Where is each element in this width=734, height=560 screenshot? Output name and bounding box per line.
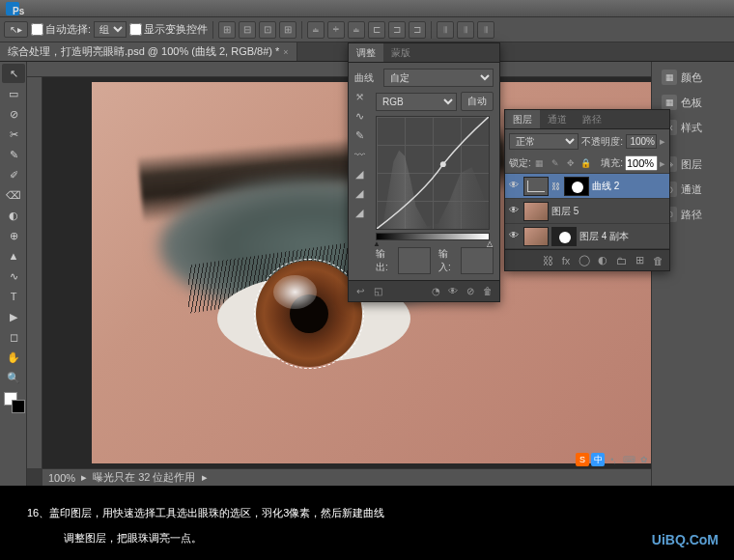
align-hcenter-icon[interactable]: ⊐ [388,21,406,39]
opacity-input[interactable] [626,134,657,149]
lock-transparency-icon[interactable]: ▦ [533,156,547,170]
align-right-icon[interactable]: ⊐ [409,21,426,39]
zoom-level[interactable]: 100% [48,472,75,484]
opacity-label: 不透明度: [581,135,623,149]
distribute-icon[interactable]: ⫴ [477,21,494,39]
eyedropper-black-icon[interactable]: ◢ [351,165,368,182]
path-tool[interactable]: ▶ [2,307,25,326]
smooth-icon[interactable]: 〰 [351,146,368,163]
layer-name[interactable]: 曲线 2 [592,180,667,193]
tab-masks[interactable]: 蒙版 [383,43,418,62]
fill-input[interactable] [625,155,658,171]
target-adjust-icon[interactable]: ⤧ [351,88,368,105]
reset-icon[interactable]: ⊘ [463,284,478,299]
expand-icon[interactable]: ◱ [370,284,385,299]
background-color[interactable] [12,400,25,413]
lock-image-icon[interactable]: ✎ [549,156,562,170]
move-tool-indicator[interactable]: ↖▸ [4,21,28,38]
adjustment-icon[interactable]: ◐ [595,253,610,268]
curves-preset[interactable]: 自定 [383,69,494,87]
blend-mode[interactable]: 正常 [509,133,579,150]
auto-select-mode[interactable]: 组 [94,21,127,38]
move-tool[interactable]: ↖ [2,64,25,83]
visibility-icon[interactable]: 👁 [445,284,461,299]
mask-thumb[interactable] [551,227,577,246]
eyedropper-gray-icon[interactable]: ◢ [351,184,368,202]
tab-layers[interactable]: 图层 [505,110,540,128]
mask-icon[interactable]: ◯ [577,253,592,268]
svg-point-0 [440,161,446,167]
layer-name[interactable]: 图层 5 [551,205,667,218]
align-icon[interactable]: ⊡ [259,21,276,39]
layer-row[interactable]: 👁 ⛓ 曲线 2 [505,174,669,199]
lock-all-icon[interactable]: 🔒 [579,156,593,170]
auto-select-checkbox[interactable]: 自动选择: [31,22,91,37]
marquee-tool[interactable]: ▭ [2,84,25,103]
status-text: 曝光只在 32 位起作用 [93,470,195,485]
blur-tool[interactable]: ▲ [2,246,25,266]
show-transform-checkbox[interactable]: 显示变换控件 [129,22,208,37]
layers-panel[interactable]: 图层 通道 路径 正常 不透明度: ▸ 锁定: ▦ ✎ ✥ 🔒 填充: ▸ � [504,109,670,271]
lock-label: 锁定: [509,156,531,170]
layer-name[interactable]: 图层 4 副本 [579,230,667,243]
input-input[interactable] [461,247,494,274]
type-tool[interactable]: T [2,287,25,306]
curve-draw-icon[interactable]: ∿ [351,107,368,125]
return-icon[interactable]: ↩ [353,284,368,299]
layer-thumb[interactable] [523,202,549,221]
document-tab[interactable]: 综合处理，打造明亮眼睛.psd @ 100% (曲线 2, RGB/8#) * … [0,42,297,61]
clip-icon[interactable]: ◔ [428,284,443,299]
distribute-icon[interactable]: ⫴ [457,21,474,39]
distribute-icon[interactable]: ⫴ [437,21,454,39]
layer-row[interactable]: 👁 图层 5 [505,199,669,224]
link-layers-icon[interactable]: ⛓ [540,253,555,268]
group-icon[interactable]: 🗀 [613,253,629,268]
layer-thumb[interactable] [523,227,549,246]
align-icon[interactable]: ⊟ [239,21,256,39]
fx-icon[interactable]: fx [558,253,574,268]
align-top-icon[interactable]: ⫨ [307,21,325,39]
delete-icon[interactable]: 🗑 [480,284,495,299]
adjustments-panel[interactable]: 调整 蒙版 曲线 自定 RGB 自动 ⤧ ∿ ✎ 〰 ◢ ◢ ◢ [348,42,500,302]
pencil-icon[interactable]: ✎ [351,126,368,144]
pen-tool[interactable]: ∿ [2,266,25,286]
zoom-tool[interactable]: 🔍 [2,368,25,387]
output-input[interactable] [398,247,431,274]
lock-position-icon[interactable]: ✥ [564,156,578,170]
tab-channels[interactable]: 通道 [540,110,575,128]
input-ramp[interactable] [376,233,490,240]
eyedropper-tool[interactable]: ✎ [2,145,25,164]
auto-button[interactable]: 自动 [461,92,494,111]
crop-tool[interactable]: ✂ [2,125,25,144]
layer-row[interactable]: 👁 图层 4 副本 [505,224,669,249]
dodge-tool[interactable]: ◐ [2,206,25,225]
delete-layer-icon[interactable]: 🗑 [650,253,665,268]
channel-select[interactable]: RGB [376,93,457,111]
align-icon[interactable]: ⊞ [279,21,296,39]
color-swatches[interactable] [2,392,24,419]
dock-color[interactable]: ▦颜色 [656,66,730,89]
lasso-tool[interactable]: ⊘ [2,104,25,124]
gradient-tool[interactable]: ⊕ [2,226,25,245]
hand-tool[interactable]: ✋ [2,348,25,367]
tab-paths[interactable]: 路径 [575,110,609,128]
eraser-tool[interactable]: ⌫ [2,185,25,205]
adjustment-thumb[interactable] [523,177,549,196]
align-left-icon[interactable]: ⊏ [368,21,385,39]
curves-graph[interactable] [376,116,490,230]
visibility-icon[interactable]: 👁 [507,205,521,218]
align-vcenter-icon[interactable]: ⫩ [327,21,345,39]
ime-notification: S 中 •, ⌨ ✿ [576,453,651,466]
close-tab-icon[interactable]: × [283,47,288,57]
shape-tool[interactable]: ◻ [2,327,25,347]
align-icon[interactable]: ⊞ [218,21,236,39]
tab-adjustments[interactable]: 调整 [349,43,383,62]
align-bottom-icon[interactable]: ⫨ [348,21,365,39]
visibility-icon[interactable]: 👁 [507,180,521,193]
brush-tool[interactable]: ✐ [2,165,25,184]
mask-thumb[interactable] [564,177,589,196]
visibility-icon[interactable]: 👁 [507,230,521,243]
new-layer-icon[interactable]: ⊞ [632,253,647,268]
sogou-icon: S [576,453,589,466]
eyedropper-white-icon[interactable]: ◢ [351,204,368,221]
